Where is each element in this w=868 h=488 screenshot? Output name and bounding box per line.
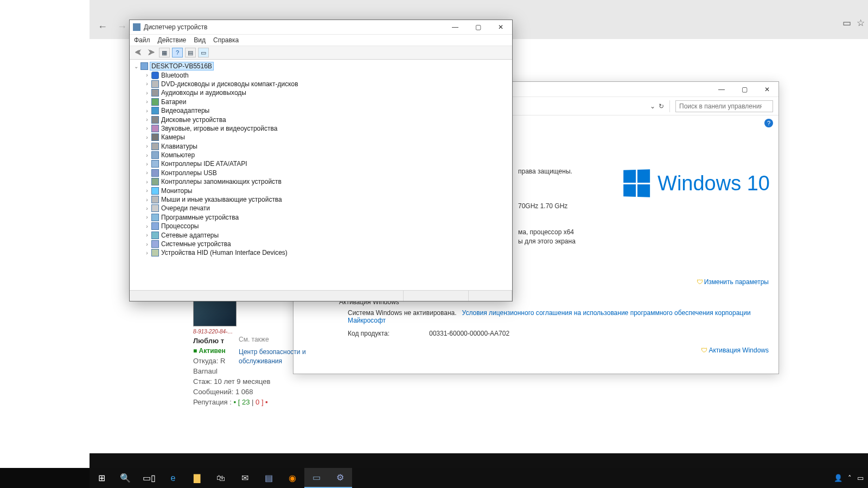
reading-view-icon[interactable]: ▭ <box>843 17 851 29</box>
cp-arch: ма, процессор x64 <box>518 228 574 236</box>
taskbar-explorer-icon[interactable]: ▇ <box>185 468 209 488</box>
taskbar-notepad-icon[interactable]: ▤ <box>257 468 280 488</box>
cp-change-settings-link[interactable]: 🛡Изменить параметры <box>697 278 769 286</box>
dm-node-snd[interactable]: ›Звуковые, игровые и видеоустройства <box>144 124 509 133</box>
dm-node-pc[interactable]: ›Компьютер <box>144 151 509 159</box>
cp-path-dropdown-icon[interactable]: ⌄ <box>650 102 655 110</box>
taskbar-mail-icon[interactable]: ✉ <box>233 468 257 488</box>
nav-forward-button[interactable]: → <box>116 21 129 34</box>
cp-activate-link[interactable]: 🛡Активация Windows <box>701 346 769 354</box>
dm-node-usb[interactable]: ›Контроллеры USB <box>144 169 509 177</box>
usb-icon <box>151 169 159 177</box>
dm-node-vid[interactable]: ›Видеоадаптеры <box>144 106 509 115</box>
dm-node-bat[interactable]: ›Батареи <box>144 98 509 106</box>
cp-product-label: Код продукта: <box>348 330 429 337</box>
dm-node-label: Системные устройства <box>161 240 231 248</box>
dm-tool-scan-icon[interactable]: ▤ <box>185 48 196 57</box>
dm-nav-back-icon[interactable]: ⮜ <box>133 48 144 57</box>
cp-maximize-button[interactable]: ▢ <box>733 82 756 97</box>
desktop-wallpaper-strip <box>90 453 868 468</box>
vid-icon <box>151 107 159 114</box>
dm-node-label: Клавиатуры <box>161 143 197 150</box>
dm-menu-file[interactable]: Файл <box>134 36 150 44</box>
taskbar-device-manager-icon[interactable]: ⚙ <box>328 468 352 488</box>
dm-node-dvd[interactable]: ›DVD-дисководы и дисководы компакт-диско… <box>144 80 509 88</box>
dm-node-aud[interactable]: ›Аудиовходы и аудиовыходы <box>144 88 509 97</box>
help-icon[interactable]: ? <box>764 119 773 127</box>
dm-node-net[interactable]: ›Сетевые адаптеры <box>144 230 509 239</box>
dm-node-label: Процессоры <box>161 222 199 230</box>
task-view-button[interactable]: ▭▯ <box>137 468 161 488</box>
pc-icon <box>151 151 159 159</box>
dm-node-hid[interactable]: ›Устройства HID (Human Interface Devices… <box>144 248 509 257</box>
left-grey-strip <box>0 0 90 468</box>
dm-node-sw[interactable]: ›Программные устройства <box>144 213 509 222</box>
device-manager-window: Диспетчер устройств — ▢ ✕ Файл Действие … <box>129 20 513 301</box>
taskbar-store-icon[interactable]: 🛍 <box>209 468 233 488</box>
cp-product-value: 00331-60000-00000-AA702 <box>429 330 509 337</box>
dm-node-bt[interactable]: ›Bluetooth <box>144 70 509 79</box>
dm-node-label: Устройства HID (Human Interface Devices) <box>161 249 288 256</box>
device-manager-icon <box>133 23 141 31</box>
dm-node-label: Bluetooth <box>161 72 189 79</box>
sys-icon <box>151 240 159 248</box>
dm-node-stor[interactable]: ›Контроллеры запоминающих устройств <box>144 177 509 186</box>
cpu-icon <box>151 222 159 230</box>
cp-separator <box>669 100 670 112</box>
browser-nav-bar: ← → <box>90 15 135 39</box>
cp-refresh-icon[interactable]: ↻ <box>659 102 664 110</box>
dm-menu-help[interactable]: Справка <box>213 36 239 44</box>
cp-pen: ы для этого экрана <box>518 237 576 245</box>
dm-node-label: Контроллеры запоминающих устройств <box>161 178 282 185</box>
dm-root-node[interactable]: ⌄DESKTOP-VB5516B <box>133 62 509 70</box>
dm-tool-help-icon[interactable]: ? <box>172 48 183 57</box>
dm-node-label: Батареи <box>161 98 186 106</box>
hid-icon <box>151 249 159 256</box>
nav-back-button[interactable]: ← <box>96 21 109 34</box>
dvd-icon <box>151 80 159 88</box>
tray-people-icon[interactable]: 👤 <box>834 474 843 482</box>
dm-node-mouse[interactable]: ›Мыши и иные указывающие устройства <box>144 195 509 204</box>
dm-node-cam[interactable]: ›Камеры <box>144 133 509 142</box>
dm-node-mon[interactable]: ›Мониторы <box>144 186 509 195</box>
taskbar-avast-icon[interactable]: ◉ <box>280 468 304 488</box>
ide-icon <box>151 160 159 168</box>
disk-icon <box>151 116 159 124</box>
taskbar-control-panel-icon[interactable]: ▭ <box>304 468 328 488</box>
dm-menu-bar: Файл Действие Вид Справка <box>130 34 512 46</box>
start-button[interactable]: ⊞ <box>90 468 113 488</box>
dm-node-ide[interactable]: ›Контроллеры IDE ATA/ATAPI <box>144 159 509 168</box>
dm-node-sys[interactable]: ›Системные устройства <box>144 240 509 248</box>
dm-maximize-button[interactable]: ▢ <box>467 20 489 35</box>
dm-menu-action[interactable]: Действие <box>158 36 187 44</box>
dm-node-label: Мыши и иные указывающие устройства <box>161 196 282 203</box>
cp-close-button[interactable]: ✕ <box>756 82 778 97</box>
dm-node-cpu[interactable]: ›Процессоры <box>144 222 509 230</box>
tray-chevron-up-icon[interactable]: ˄ <box>848 474 852 482</box>
stor-icon <box>151 178 159 185</box>
taskbar-search-button[interactable]: 🔍 <box>113 468 137 488</box>
tray-action-center-icon[interactable]: ▭ <box>857 474 864 482</box>
cp-security-link[interactable]: Центр безопасности и обслуживания <box>239 348 326 366</box>
dm-node-kbd[interactable]: ›Клавиатуры <box>144 142 509 151</box>
dm-node-prn[interactable]: ›Очереди печати <box>144 204 509 213</box>
dm-node-label: Контроллеры USB <box>161 169 217 177</box>
snd-icon <box>151 125 159 132</box>
cp-minimize-button[interactable]: — <box>710 82 733 97</box>
dm-node-label: Программные устройства <box>161 214 239 221</box>
dm-minimize-button[interactable]: — <box>444 20 467 35</box>
dm-titlebar[interactable]: Диспетчер устройств — ▢ ✕ <box>130 20 512 34</box>
favorites-star-icon[interactable]: ☆ <box>857 17 865 29</box>
dm-tree[interactable]: ⌄DESKTOP-VB5516B›Bluetooth›DVD-дисководы… <box>130 60 512 293</box>
dm-node-disk[interactable]: ›Дисковые устройства <box>144 115 509 124</box>
dm-node-label: Дисковые устройства <box>161 116 226 124</box>
dm-tool-properties-icon[interactable]: ▦ <box>159 48 170 57</box>
dm-close-button[interactable]: ✕ <box>489 20 512 35</box>
dm-tool-show-hidden-icon[interactable]: ▭ <box>198 48 209 57</box>
dm-nav-fwd-icon[interactable]: ⮞ <box>146 48 157 57</box>
cp-search-input[interactable] <box>675 100 773 112</box>
mon-icon <box>151 187 159 195</box>
taskbar-edge-icon[interactable]: e <box>161 468 185 488</box>
dm-menu-view[interactable]: Вид <box>194 36 206 44</box>
dm-node-label: Компьютер <box>161 151 195 159</box>
